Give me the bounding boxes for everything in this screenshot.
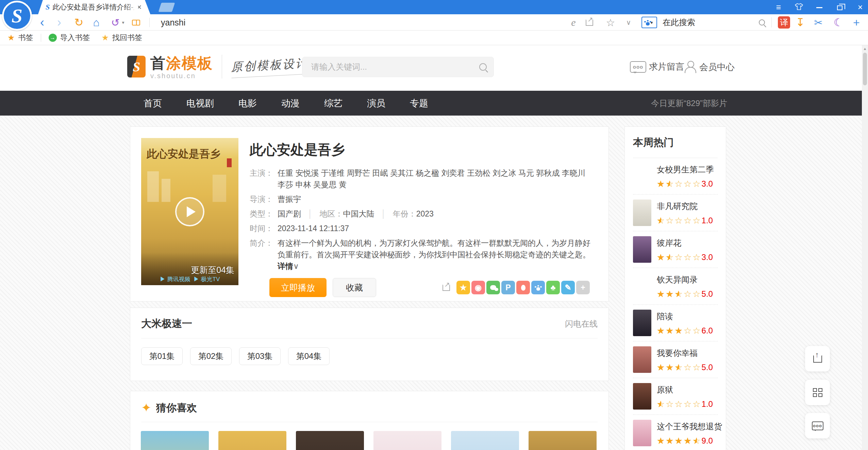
qzone-share-icon[interactable]: ★ (456, 281, 470, 294)
guess-poster-5[interactable] (451, 431, 519, 450)
scroll-up-icon[interactable]: ▲ (862, 47, 868, 51)
detail-more-toggle[interactable]: 详情 (278, 262, 293, 271)
star-rating: ☆☆☆☆☆★★★★★ (657, 253, 702, 262)
skin-theme-icon[interactable] (794, 2, 804, 12)
undo-dropdown-icon[interactable]: ▾ (122, 14, 124, 31)
bookmark-recover[interactable]: ★ 找回书签 (102, 33, 143, 43)
guess-poster-6[interactable] (529, 431, 597, 450)
episode-button-4[interactable]: 第04集 (288, 347, 330, 365)
hot-item-title[interactable]: 陪读 (657, 311, 718, 322)
forward-icon[interactable]: › (57, 14, 61, 31)
sparkle-icon: ✦ (141, 401, 151, 415)
guess-poster-1[interactable] (141, 431, 209, 450)
float-qrcode-button[interactable] (805, 380, 830, 405)
guess-poster-3[interactable] (296, 431, 364, 450)
hot-item-score: 3.0 (702, 253, 713, 262)
drama-poster[interactable]: 此心安处是吾乡 更新至04集 ▶ 腾讯视频 ▶ 极光TV (141, 138, 238, 285)
nav-item-0[interactable]: 首页 (144, 97, 162, 109)
refresh-icon[interactable]: ↻ (74, 14, 84, 31)
hot-item-title[interactable]: 彼岸花 (657, 238, 718, 248)
director-value[interactable]: 曹振宇 (278, 193, 594, 205)
area-value[interactable]: 中国大陆 (343, 208, 374, 220)
detail-card: 此心安处是吾乡 更新至04集 ▶ 腾讯视频 ▶ 极光TV 此心安处是吾乡 主演：… (130, 126, 609, 301)
page-content: 此心安处是吾乡 更新至04集 ▶ 腾讯视频 ▶ 极光TV 此心安处是吾乡 主演：… (0, 116, 868, 450)
update-time-value: 2023-11-14 12:11:37 (278, 223, 594, 234)
actors-value[interactable]: 任重 安悦溪 于谨维 周野芒 田岷 吴其江 杨之楹 刘奕君 王劲松 刘之冰 马元… (278, 167, 594, 190)
play-now-button[interactable]: 立即播放 (269, 278, 327, 297)
browser-menu-icon[interactable]: ≡ (773, 2, 784, 12)
hot-item-title[interactable]: 这个王爷我想退货 (657, 421, 722, 432)
poster-title-art: 此心安处是吾乡 (147, 147, 220, 161)
hot-item-title[interactable]: 钦天异闻录 (657, 274, 718, 285)
hot-item-title[interactable]: 原狱 (657, 384, 718, 395)
restore-button[interactable] (835, 2, 845, 12)
browser-tab[interactable]: S 此心安处是吾乡详情介绍-此心安 × (38, 0, 150, 14)
nav-item-6[interactable]: 专题 (410, 97, 428, 109)
star-rating: ☆☆☆☆☆★★★★★ (657, 326, 702, 335)
weekly-hot-item-4[interactable]: 钦天异闻录☆☆☆☆☆★★★★★5.0 (633, 267, 718, 304)
undo-icon[interactable]: ↺ (111, 14, 119, 31)
more-share-icon[interactable]: + (576, 281, 590, 294)
float-share-button[interactable] (805, 346, 830, 371)
float-comment-button[interactable]: ooo (805, 413, 830, 438)
qq-share-icon[interactable] (516, 281, 530, 294)
weekly-hot-item-2[interactable]: 非凡研究院☆☆☆☆☆★★★★★1.0 (633, 194, 718, 231)
reading-list-icon[interactable] (132, 14, 140, 31)
compose-share-icon[interactable]: ✎ (561, 281, 575, 294)
episode-button-2[interactable]: 第02集 (190, 347, 232, 365)
bookmark-manager[interactable]: ★ 书签 (7, 33, 33, 43)
sogou-browser-logo-icon[interactable]: S (2, 1, 32, 31)
nav-item-2[interactable]: 电影 (238, 97, 257, 109)
minimize-button[interactable] (814, 2, 824, 12)
add-extension-icon[interactable]: + (853, 14, 860, 31)
favorite-button[interactable]: 收藏 (333, 278, 376, 297)
weekly-hot-item-5[interactable]: 陪读☆☆☆☆☆★★★★★6.0 (633, 304, 718, 341)
screenshot-scissors-icon[interactable]: ✂ (384, 14, 868, 31)
site-logo[interactable]: S 首涂模板 v.shoutu.cn 原创模板设计 (127, 53, 308, 80)
chevron-down-icon[interactable]: ∨ (293, 262, 299, 271)
episode-button-1[interactable]: 第01集 (141, 347, 183, 365)
weibo-share-icon[interactable]: ◉ (471, 281, 485, 294)
tab-title: 此心安处是吾乡详情介绍-此心安 (52, 2, 134, 12)
home-icon[interactable]: ⌂ (93, 14, 99, 31)
hot-item-title[interactable]: 女校男生第二季 (657, 164, 718, 175)
weekly-hot-item-1[interactable]: 女校男生第二季☆☆☆☆☆★★★★★3.0 (633, 158, 718, 194)
pengyou-share-icon[interactable]: P (501, 281, 515, 294)
site-search-input[interactable] (311, 62, 479, 72)
scrollbar-thumb[interactable] (863, 53, 867, 85)
bookmark-import[interactable]: → 导入书签 (49, 33, 90, 43)
guess-poster-4[interactable] (373, 431, 441, 450)
episode-button-3[interactable]: 第03集 (239, 347, 281, 365)
weekly-hot-item-6[interactable]: 我要你幸福☆☆☆☆☆★★★★★5.0 (633, 341, 718, 378)
address-bar[interactable]: yanshi (161, 14, 185, 31)
nav-item-4[interactable]: 综艺 (324, 97, 343, 109)
member-center-link[interactable]: 会员中心 (684, 61, 735, 73)
close-button[interactable]: × (855, 2, 865, 12)
hot-item-title[interactable]: 我要你幸福 (657, 348, 718, 359)
year-value[interactable]: 2023 (416, 208, 434, 220)
site-search-icon[interactable] (479, 63, 487, 71)
site-search-box[interactable] (302, 57, 494, 77)
share-expand-icon[interactable] (439, 281, 453, 294)
baidu-share-icon[interactable] (531, 281, 545, 294)
new-tab-button[interactable] (158, 3, 175, 12)
wechat-share-icon[interactable] (486, 281, 500, 294)
nav-item-5[interactable]: 演员 (367, 97, 385, 109)
clover-share-icon[interactable]: ♣ (546, 281, 560, 294)
page-scrollbar[interactable]: ▲ (862, 45, 868, 450)
play-overlay-icon[interactable] (175, 197, 204, 226)
request-film-link[interactable]: ooo 求片留言 (630, 61, 684, 73)
nav-item-1[interactable]: 电视剧 (186, 97, 214, 109)
poster-seal (227, 158, 232, 167)
night-mode-icon[interactable]: ☾ (834, 14, 844, 31)
type-value[interactable]: 国产剧 (278, 208, 301, 220)
weekly-hot-item-7[interactable]: 原狱☆☆☆☆☆★★★★★1.0 (633, 378, 718, 414)
hot-item-title[interactable]: 非凡研究院 (657, 201, 718, 212)
back-icon[interactable]: ‹ (40, 14, 44, 31)
weekly-hot-item-8[interactable]: 这个王爷我想退货☆☆☆☆☆★★★★★9.0 (633, 414, 718, 450)
bookmark-label: 找回书签 (112, 33, 142, 43)
drama-title: 此心安处是吾乡 (250, 140, 594, 159)
nav-item-3[interactable]: 动漫 (281, 97, 300, 109)
weekly-hot-item-3[interactable]: 彼岸花☆☆☆☆☆★★★★★3.0 (633, 231, 718, 267)
guess-poster-2[interactable] (218, 431, 286, 450)
